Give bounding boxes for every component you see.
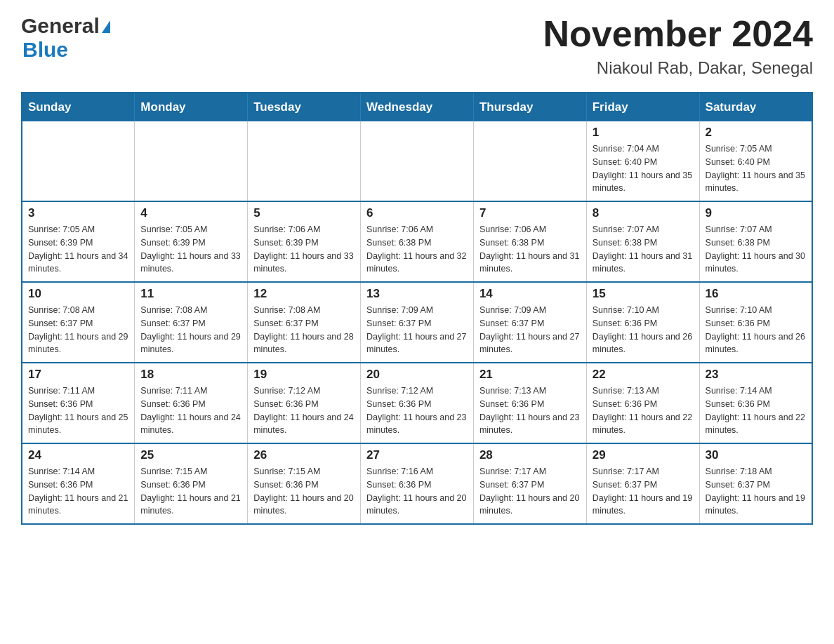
calendar-cell-1-1: 4Sunrise: 7:05 AMSunset: 6:39 PMDaylight… <box>135 201 248 282</box>
day-info: Sunrise: 7:10 AMSunset: 6:36 PMDaylight:… <box>593 304 694 356</box>
calendar-cell-2-5: 15Sunrise: 7:10 AMSunset: 6:36 PMDayligh… <box>586 282 699 363</box>
day-number: 26 <box>253 448 355 462</box>
calendar-cell-4-6: 30Sunrise: 7:18 AMSunset: 6:37 PMDayligh… <box>699 443 812 524</box>
day-number: 8 <box>593 206 694 220</box>
calendar-cell-1-0: 3Sunrise: 7:05 AMSunset: 6:39 PMDaylight… <box>22 201 135 282</box>
calendar-cell-3-6: 23Sunrise: 7:14 AMSunset: 6:36 PMDayligh… <box>699 363 812 443</box>
day-number: 11 <box>140 287 241 301</box>
calendar-cell-4-5: 29Sunrise: 7:17 AMSunset: 6:37 PMDayligh… <box>586 443 699 524</box>
calendar-cell-2-1: 11Sunrise: 7:08 AMSunset: 6:37 PMDayligh… <box>135 282 248 363</box>
calendar-cell-2-6: 16Sunrise: 7:10 AMSunset: 6:36 PMDayligh… <box>699 282 812 363</box>
day-info: Sunrise: 7:18 AMSunset: 6:37 PMDaylight:… <box>706 465 806 518</box>
day-info: Sunrise: 7:08 AMSunset: 6:37 PMDaylight:… <box>253 304 355 356</box>
day-info: Sunrise: 7:12 AMSunset: 6:36 PMDaylight:… <box>366 384 468 437</box>
day-number: 30 <box>706 448 806 462</box>
calendar-cell-0-0 <box>22 121 135 201</box>
day-info: Sunrise: 7:11 AMSunset: 6:36 PMDaylight:… <box>28 384 128 437</box>
day-info: Sunrise: 7:13 AMSunset: 6:36 PMDaylight:… <box>593 384 694 437</box>
day-number: 17 <box>28 368 128 382</box>
weekday-header-saturday: Saturday <box>699 93 812 121</box>
day-info: Sunrise: 7:15 AMSunset: 6:36 PMDaylight:… <box>140 465 241 518</box>
day-info: Sunrise: 7:05 AMSunset: 6:39 PMDaylight:… <box>28 223 128 276</box>
day-info: Sunrise: 7:13 AMSunset: 6:36 PMDaylight:… <box>479 384 581 437</box>
calendar-cell-3-1: 18Sunrise: 7:11 AMSunset: 6:36 PMDayligh… <box>135 363 248 443</box>
day-info: Sunrise: 7:17 AMSunset: 6:37 PMDaylight:… <box>593 465 694 518</box>
day-info: Sunrise: 7:06 AMSunset: 6:38 PMDaylight:… <box>479 223 581 276</box>
logo-arrow-icon <box>102 20 110 33</box>
calendar-cell-4-4: 28Sunrise: 7:17 AMSunset: 6:37 PMDayligh… <box>473 443 586 524</box>
weekday-header-thursday: Thursday <box>473 93 586 121</box>
day-info: Sunrise: 7:06 AMSunset: 6:38 PMDaylight:… <box>366 223 468 276</box>
calendar-cell-0-5: 1Sunrise: 7:04 AMSunset: 6:40 PMDaylight… <box>586 121 699 201</box>
weekday-header-row: SundayMondayTuesdayWednesdayThursdayFrid… <box>22 93 812 121</box>
main-title: November 2024 <box>543 14 813 54</box>
day-number: 7 <box>479 206 581 220</box>
calendar-cell-3-5: 22Sunrise: 7:13 AMSunset: 6:36 PMDayligh… <box>586 363 699 443</box>
day-info: Sunrise: 7:15 AMSunset: 6:36 PMDaylight:… <box>253 465 355 518</box>
day-info: Sunrise: 7:04 AMSunset: 6:40 PMDaylight:… <box>593 142 694 195</box>
calendar-cell-0-6: 2Sunrise: 7:05 AMSunset: 6:40 PMDaylight… <box>699 121 812 201</box>
page-header: General Blue November 2024 Niakoul Rab, … <box>21 14 813 78</box>
calendar-cell-0-1 <box>135 121 248 201</box>
weekday-header-tuesday: Tuesday <box>248 93 361 121</box>
logo-blue-text: Blue <box>22 38 68 61</box>
day-number: 6 <box>366 206 468 220</box>
calendar-cell-0-3 <box>361 121 474 201</box>
day-number: 18 <box>140 368 241 382</box>
day-info: Sunrise: 7:14 AMSunset: 6:36 PMDaylight:… <box>28 465 128 518</box>
day-info: Sunrise: 7:14 AMSunset: 6:36 PMDaylight:… <box>706 384 806 437</box>
calendar-cell-3-0: 17Sunrise: 7:11 AMSunset: 6:36 PMDayligh… <box>22 363 135 443</box>
day-number: 19 <box>253 368 355 382</box>
calendar-cell-0-4 <box>473 121 586 201</box>
day-info: Sunrise: 7:09 AMSunset: 6:37 PMDaylight:… <box>479 304 581 356</box>
weekday-header-monday: Monday <box>135 93 248 121</box>
calendar-cell-0-2 <box>248 121 361 201</box>
calendar-week-row-0: 1Sunrise: 7:04 AMSunset: 6:40 PMDaylight… <box>22 121 812 201</box>
day-number: 29 <box>593 448 694 462</box>
day-info: Sunrise: 7:09 AMSunset: 6:37 PMDaylight:… <box>366 304 468 356</box>
calendar-header: SundayMondayTuesdayWednesdayThursdayFrid… <box>22 93 812 121</box>
calendar-week-row-2: 10Sunrise: 7:08 AMSunset: 6:37 PMDayligh… <box>22 282 812 363</box>
day-info: Sunrise: 7:08 AMSunset: 6:37 PMDaylight:… <box>28 304 128 356</box>
day-number: 20 <box>366 368 468 382</box>
calendar-cell-4-3: 27Sunrise: 7:16 AMSunset: 6:36 PMDayligh… <box>361 443 474 524</box>
weekday-header-wednesday: Wednesday <box>361 93 474 121</box>
day-number: 16 <box>706 287 806 301</box>
day-info: Sunrise: 7:08 AMSunset: 6:37 PMDaylight:… <box>140 304 241 356</box>
calendar-cell-4-2: 26Sunrise: 7:15 AMSunset: 6:36 PMDayligh… <box>248 443 361 524</box>
subtitle: Niakoul Rab, Dakar, Senegal <box>543 58 813 78</box>
calendar-cell-3-2: 19Sunrise: 7:12 AMSunset: 6:36 PMDayligh… <box>248 363 361 443</box>
calendar-cell-3-3: 20Sunrise: 7:12 AMSunset: 6:36 PMDayligh… <box>361 363 474 443</box>
day-number: 21 <box>479 368 581 382</box>
day-number: 25 <box>140 448 241 462</box>
calendar-week-row-4: 24Sunrise: 7:14 AMSunset: 6:36 PMDayligh… <box>22 443 812 524</box>
day-info: Sunrise: 7:05 AMSunset: 6:39 PMDaylight:… <box>140 223 241 276</box>
weekday-header-friday: Friday <box>586 93 699 121</box>
day-number: 27 <box>366 448 468 462</box>
day-info: Sunrise: 7:07 AMSunset: 6:38 PMDaylight:… <box>706 223 806 276</box>
calendar-cell-2-2: 12Sunrise: 7:08 AMSunset: 6:37 PMDayligh… <box>248 282 361 363</box>
calendar-week-row-1: 3Sunrise: 7:05 AMSunset: 6:39 PMDaylight… <box>22 201 812 282</box>
calendar-cell-3-4: 21Sunrise: 7:13 AMSunset: 6:36 PMDayligh… <box>473 363 586 443</box>
day-info: Sunrise: 7:07 AMSunset: 6:38 PMDaylight:… <box>593 223 694 276</box>
calendar-body: 1Sunrise: 7:04 AMSunset: 6:40 PMDaylight… <box>22 121 812 524</box>
day-number: 14 <box>479 287 581 301</box>
day-number: 10 <box>28 287 128 301</box>
calendar-table: SundayMondayTuesdayWednesdayThursdayFrid… <box>21 92 813 525</box>
day-number: 13 <box>366 287 468 301</box>
day-number: 4 <box>140 206 241 220</box>
logo-general-text: General <box>21 14 100 38</box>
calendar-cell-2-4: 14Sunrise: 7:09 AMSunset: 6:37 PMDayligh… <box>473 282 586 363</box>
weekday-header-sunday: Sunday <box>22 93 135 121</box>
calendar-week-row-3: 17Sunrise: 7:11 AMSunset: 6:36 PMDayligh… <box>22 363 812 443</box>
calendar-cell-1-6: 9Sunrise: 7:07 AMSunset: 6:38 PMDaylight… <box>699 201 812 282</box>
logo: General Blue <box>21 14 110 62</box>
day-info: Sunrise: 7:12 AMSunset: 6:36 PMDaylight:… <box>253 384 355 437</box>
title-block: November 2024 Niakoul Rab, Dakar, Senega… <box>543 14 813 78</box>
day-number: 12 <box>253 287 355 301</box>
day-info: Sunrise: 7:16 AMSunset: 6:36 PMDaylight:… <box>366 465 468 518</box>
day-number: 22 <box>593 368 694 382</box>
calendar-cell-4-0: 24Sunrise: 7:14 AMSunset: 6:36 PMDayligh… <box>22 443 135 524</box>
day-info: Sunrise: 7:17 AMSunset: 6:37 PMDaylight:… <box>479 465 581 518</box>
calendar-cell-1-4: 7Sunrise: 7:06 AMSunset: 6:38 PMDaylight… <box>473 201 586 282</box>
